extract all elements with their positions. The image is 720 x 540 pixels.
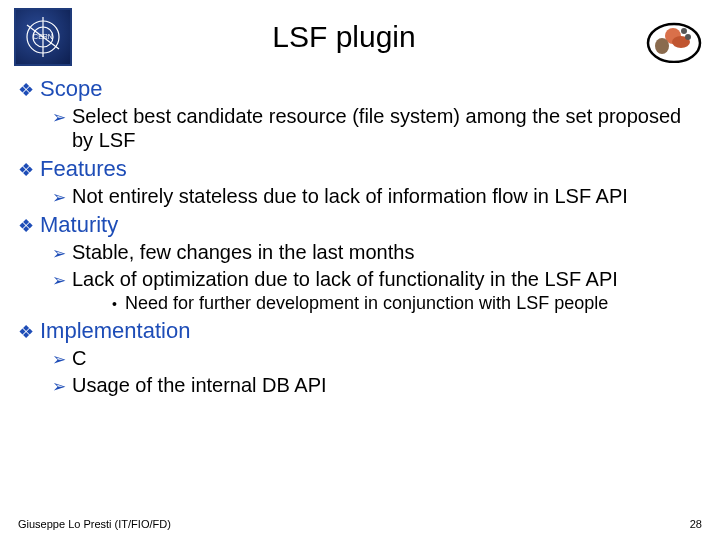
list-item: ➢Not entirely stateless due to lack of i… [52, 184, 702, 208]
arrow-bullet-icon: ➢ [52, 188, 66, 208]
list-item: ➢Usage of the internal DB API [52, 373, 702, 397]
slide-footer: Giuseppe Lo Presti (IT/FIO/FD) 28 [18, 518, 702, 530]
diamond-bullet-icon: ❖ [18, 217, 34, 235]
list-item: ➢Lack of optimization due to lack of fun… [52, 267, 702, 291]
slide-content: ❖Scope➢Select best candidate resource (f… [0, 66, 720, 397]
list-item: ➢C [52, 346, 702, 370]
arrow-bullet-icon: ➢ [52, 108, 66, 128]
diamond-bullet-icon: ❖ [18, 81, 34, 99]
arrow-bullet-icon: ➢ [52, 271, 66, 291]
svg-point-8 [655, 38, 669, 54]
svg-point-10 [685, 34, 691, 40]
section-heading-text: Features [40, 156, 127, 182]
list-item-text: Lack of optimization due to lack of func… [72, 267, 618, 291]
sub-list-item-text: Need for further development in conjunct… [125, 293, 608, 314]
section-heading: ❖Features [18, 156, 702, 182]
section-heading-text: Maturity [40, 212, 118, 238]
footer-page-number: 28 [690, 518, 702, 530]
dot-bullet-icon: • [112, 296, 117, 312]
list-item: ➢Stable, few changes in the last months [52, 240, 702, 264]
slide-header: CERN LSF plugin [0, 0, 720, 66]
list-item-text: C [72, 346, 86, 370]
section-heading-text: Scope [40, 76, 102, 102]
section-list: ➢C➢Usage of the internal DB API [52, 346, 702, 397]
section-heading: ❖Maturity [18, 212, 702, 238]
section-list: ➢Select best candidate resource (file sy… [52, 104, 702, 152]
castor-icon [646, 11, 706, 63]
section-list: ➢Stable, few changes in the last months➢… [52, 240, 702, 314]
arrow-bullet-icon: ➢ [52, 350, 66, 370]
section-list: ➢Not entirely stateless due to lack of i… [52, 184, 702, 208]
slide-title: LSF plugin [42, 20, 646, 54]
arrow-bullet-icon: ➢ [52, 244, 66, 264]
sub-list: •Need for further development in conjunc… [112, 293, 702, 314]
section-heading: ❖Implementation [18, 318, 702, 344]
section-heading: ❖Scope [18, 76, 702, 102]
decorative-icon [646, 11, 706, 63]
diamond-bullet-icon: ❖ [18, 323, 34, 341]
list-item-text: Not entirely stateless due to lack of in… [72, 184, 628, 208]
diamond-bullet-icon: ❖ [18, 161, 34, 179]
svg-point-9 [681, 28, 687, 34]
list-item-text: Stable, few changes in the last months [72, 240, 414, 264]
list-item-text: Usage of the internal DB API [72, 373, 327, 397]
sub-list-item: •Need for further development in conjunc… [112, 293, 702, 314]
section-heading-text: Implementation [40, 318, 190, 344]
footer-author: Giuseppe Lo Presti (IT/FIO/FD) [18, 518, 171, 530]
list-item-text: Select best candidate resource (file sys… [72, 104, 702, 152]
list-item: ➢Select best candidate resource (file sy… [52, 104, 702, 152]
arrow-bullet-icon: ➢ [52, 377, 66, 397]
